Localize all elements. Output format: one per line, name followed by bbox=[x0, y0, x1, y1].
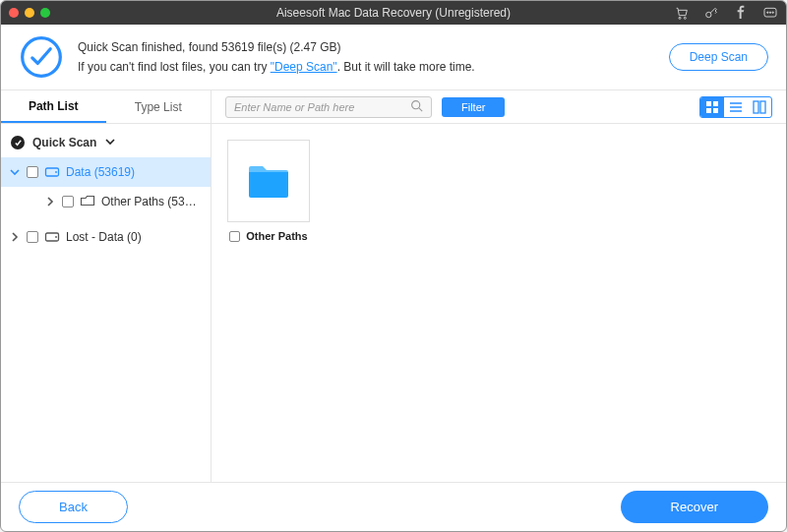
sidebar: Path List Type List Quick Scan Data (536… bbox=[1, 90, 212, 482]
gallery-item-caption: Other Paths bbox=[229, 230, 307, 242]
app-window: Aiseesoft Mac Data Recovery (Unregistere… bbox=[0, 0, 787, 532]
filter-button[interactable]: Filter bbox=[442, 97, 505, 117]
svg-rect-13 bbox=[706, 101, 711, 106]
feedback-icon[interactable] bbox=[762, 5, 778, 21]
minimize-window-button[interactable] bbox=[25, 8, 34, 18]
tree-item-lost-data[interactable]: Lost - Data (0) bbox=[1, 222, 211, 252]
checkbox[interactable] bbox=[27, 231, 38, 243]
gallery-item[interactable]: Other Paths bbox=[227, 140, 310, 242]
window-controls bbox=[9, 8, 50, 18]
chevron-right-icon bbox=[44, 197, 56, 207]
svg-point-4 bbox=[767, 12, 768, 13]
sidebar-tabs: Path List Type List bbox=[1, 90, 211, 124]
folder-icon bbox=[80, 194, 95, 209]
cart-icon[interactable] bbox=[674, 5, 690, 21]
disk-icon bbox=[44, 164, 60, 180]
view-grid-button[interactable] bbox=[700, 97, 724, 117]
maximize-window-button[interactable] bbox=[40, 8, 50, 18]
titlebar-icons bbox=[674, 5, 778, 21]
deep-scan-button[interactable]: Deep Scan bbox=[669, 43, 768, 71]
footer: Back Recover bbox=[1, 482, 786, 531]
scan-summary-text: Quick Scan finished, found 53619 file(s)… bbox=[78, 37, 475, 78]
svg-point-12 bbox=[412, 100, 420, 108]
svg-point-5 bbox=[769, 12, 770, 13]
svg-rect-17 bbox=[754, 101, 758, 113]
checkbox[interactable] bbox=[27, 166, 38, 178]
search-input[interactable] bbox=[234, 101, 410, 113]
svg-point-2 bbox=[706, 12, 711, 17]
search-box[interactable] bbox=[225, 96, 432, 118]
svg-point-0 bbox=[679, 17, 681, 19]
file-gallery: Other Paths bbox=[212, 124, 786, 482]
deep-scan-link[interactable]: "Deep Scan" bbox=[271, 60, 337, 74]
svg-rect-14 bbox=[713, 101, 718, 106]
svg-point-11 bbox=[55, 236, 57, 238]
svg-point-9 bbox=[55, 171, 57, 173]
svg-point-1 bbox=[684, 17, 686, 19]
svg-rect-15 bbox=[706, 108, 711, 113]
svg-rect-16 bbox=[713, 108, 718, 113]
view-columns-button[interactable] bbox=[748, 97, 771, 117]
close-window-button[interactable] bbox=[9, 8, 19, 18]
checkmark-filled-icon bbox=[11, 136, 25, 149]
sidebar-tree: Quick Scan Data (53619) Other Paths (536… bbox=[1, 124, 211, 252]
gallery-item-label: Other Paths bbox=[246, 230, 307, 242]
scan-result-line: Quick Scan finished, found 53619 file(s)… bbox=[78, 37, 475, 57]
content-area: Filter bbox=[212, 90, 786, 482]
checkmark-icon bbox=[19, 34, 64, 80]
back-button[interactable]: Back bbox=[19, 491, 128, 523]
titlebar: Aiseesoft Mac Data Recovery (Unregistere… bbox=[1, 1, 786, 25]
scan-summary-header: Quick Scan finished, found 53619 file(s)… bbox=[1, 25, 786, 90]
main-body: Path List Type List Quick Scan Data (536… bbox=[1, 90, 786, 482]
tab-type-list[interactable]: Type List bbox=[106, 90, 212, 123]
tab-path-list[interactable]: Path List bbox=[1, 90, 106, 123]
checkbox[interactable] bbox=[62, 196, 74, 207]
search-icon bbox=[410, 98, 423, 116]
view-mode-toggle bbox=[699, 96, 772, 118]
deep-scan-hint: If you can't find lost files, you can tr… bbox=[78, 57, 475, 77]
svg-point-6 bbox=[772, 12, 773, 13]
folder-icon bbox=[247, 162, 290, 200]
chevron-down-icon bbox=[104, 136, 116, 150]
view-list-button[interactable] bbox=[724, 97, 748, 117]
window-title: Aiseesoft Mac Data Recovery (Unregistere… bbox=[1, 6, 786, 20]
recover-button[interactable]: Recover bbox=[621, 491, 768, 523]
chevron-right-icon bbox=[9, 232, 21, 242]
svg-rect-18 bbox=[760, 101, 765, 113]
facebook-icon[interactable] bbox=[733, 5, 749, 21]
tree-item-other-paths[interactable]: Other Paths (53619) bbox=[1, 187, 211, 216]
content-toolbar: Filter bbox=[212, 90, 786, 124]
chevron-down-icon bbox=[9, 167, 21, 177]
key-icon[interactable] bbox=[703, 5, 719, 21]
folder-thumbnail bbox=[227, 140, 310, 222]
tree-root-quick-scan[interactable]: Quick Scan bbox=[1, 128, 211, 157]
tree-item-data[interactable]: Data (53619) bbox=[1, 157, 211, 187]
checkbox[interactable] bbox=[229, 231, 240, 242]
disk-icon bbox=[44, 229, 60, 245]
